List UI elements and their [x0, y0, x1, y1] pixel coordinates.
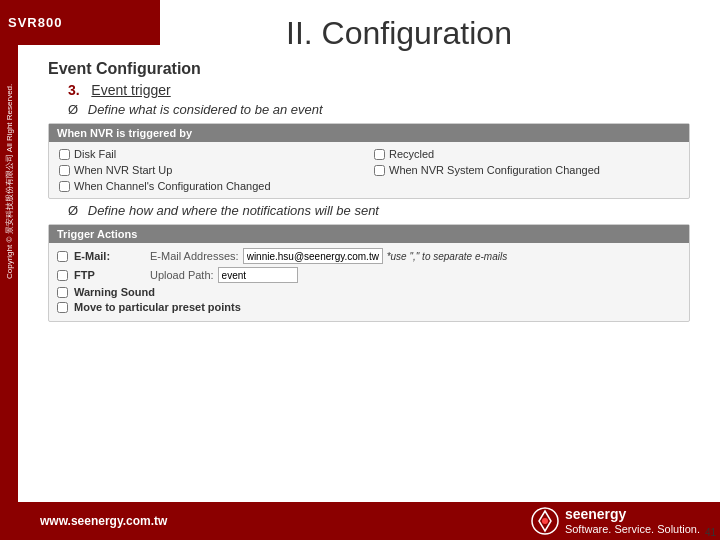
action-warning-label: Warning Sound: [74, 286, 155, 298]
step-item: 3. Event trigger: [68, 82, 700, 98]
action-email-field-label: E-Mail Addresses:: [150, 250, 239, 262]
action-row-warning: Warning Sound: [57, 286, 681, 298]
action-ftp-checkbox[interactable]: [57, 270, 68, 281]
action-email-input[interactable]: [243, 248, 383, 264]
checkbox-disk-fail-label: Disk Fail: [74, 148, 116, 160]
checkbox-disk-fail-input[interactable]: [59, 149, 70, 160]
seenergy-icon: [531, 507, 559, 535]
actions-box-header: Trigger Actions: [49, 225, 689, 243]
action-row-preset: Move to particular preset points: [57, 301, 681, 313]
checkbox-recycled-label: Recycled: [389, 148, 434, 160]
step-number: 3.: [68, 82, 80, 98]
page-title: II. Configuration: [38, 15, 700, 52]
checkbox-nvr-start-label: When NVR Start Up: [74, 164, 172, 176]
actions-box: Trigger Actions E-Mail: E-Mail Addresses…: [48, 224, 690, 322]
checkbox-nvr-start-input[interactable]: [59, 165, 70, 176]
checkbox-channel-config[interactable]: When Channel's Configuration Changed: [59, 180, 364, 192]
checkbox-nvr-start[interactable]: When NVR Start Up: [59, 164, 364, 176]
actions-box-content: E-Mail: E-Mail Addresses: *use "," to se…: [49, 243, 689, 321]
seenergy-brand-text: seenergy Software. Service. Solution.: [565, 506, 700, 536]
action-ftp-input[interactable]: [218, 267, 298, 283]
trigger-box-content: Disk Fail Recycled When NVR Start Up Whe…: [49, 142, 689, 198]
bullet-text-1: Define what is considered to be an event: [88, 102, 323, 117]
action-warning-checkbox[interactable]: [57, 287, 68, 298]
checkbox-nvr-config-input[interactable]: [374, 165, 385, 176]
action-preset-checkbox[interactable]: [57, 302, 68, 313]
action-preset-label: Move to particular preset points: [74, 301, 241, 313]
action-row-ftp: FTP Upload Path:: [57, 267, 681, 283]
page-number: 41: [705, 527, 716, 538]
checkbox-nvr-config[interactable]: When NVR System Configuration Changed: [374, 164, 679, 176]
svg-point-1: [542, 518, 548, 524]
bullet-notifications: Ø Define how and where the notifications…: [68, 203, 700, 218]
action-ftp-field-label: Upload Path:: [150, 269, 214, 281]
main-content: II. Configuration Event Configuration 3.…: [18, 0, 720, 540]
checkbox-recycled[interactable]: Recycled: [374, 148, 679, 160]
action-ftp-label: FTP: [74, 269, 144, 281]
checkbox-channel-config-input[interactable]: [59, 181, 70, 192]
step-label: Event trigger: [91, 82, 170, 98]
action-email-label: E-Mail:: [74, 250, 144, 262]
footer-url: www.seenergy.com.tw: [40, 514, 167, 528]
checkbox-disk-fail[interactable]: Disk Fail: [59, 148, 364, 160]
sidebar: Copyright © 景安科技股份有限公司 All Right Reserve…: [0, 0, 18, 540]
action-email-checkbox[interactable]: [57, 251, 68, 262]
bullet-arrow-1: Ø: [68, 102, 78, 117]
bullet-arrow-2: Ø: [68, 203, 78, 218]
checkbox-nvr-config-label: When NVR System Configuration Changed: [389, 164, 600, 176]
trigger-box-header: When NVR is triggered by: [49, 124, 689, 142]
action-row-email: E-Mail: E-Mail Addresses: *use "," to se…: [57, 248, 681, 264]
bullet-define-event: Ø Define what is considered to be an eve…: [68, 102, 700, 117]
bottom-bar: www.seenergy.com.tw seenergy Software. S…: [0, 502, 720, 540]
seenergy-name: seenergy: [565, 506, 700, 522]
bullet-text-2: Define how and where the notifications w…: [88, 203, 379, 218]
section-heading: Event Configuration: [48, 60, 700, 78]
vertical-copyright: Copyright © 景安科技股份有限公司 All Right Reserve…: [4, 261, 15, 279]
seenergy-tagline: Software. Service. Solution.: [565, 522, 700, 536]
footer-logo-area: seenergy Software. Service. Solution.: [531, 506, 700, 536]
trigger-box: When NVR is triggered by Disk Fail Recyc…: [48, 123, 690, 199]
action-email-note: *use "," to separate e-mails: [387, 251, 508, 262]
checkbox-channel-config-label: When Channel's Configuration Changed: [74, 180, 271, 192]
checkbox-recycled-input[interactable]: [374, 149, 385, 160]
